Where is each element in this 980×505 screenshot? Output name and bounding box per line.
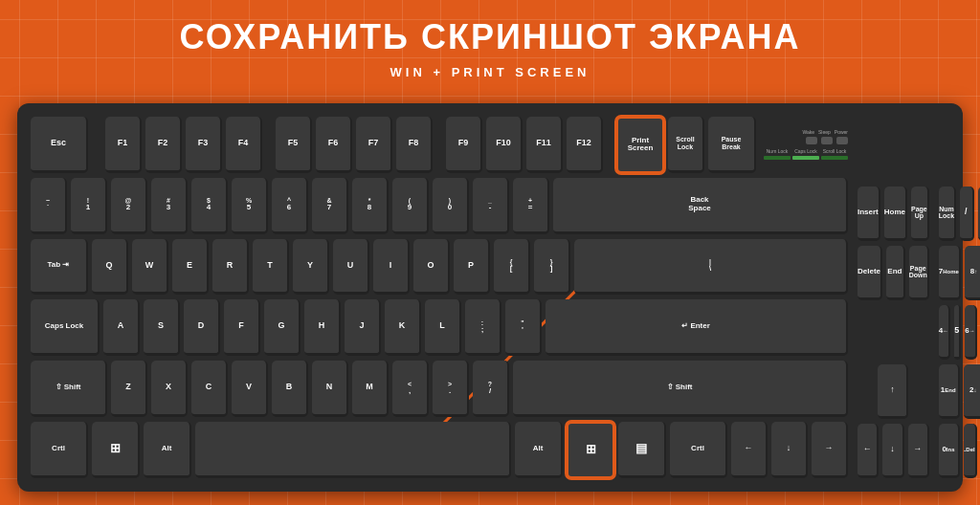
key-g[interactable]: G — [264, 299, 301, 356]
key-pause-break[interactable]: PauseBreak — [708, 117, 756, 173]
key-arrow-left[interactable]: ← — [858, 424, 879, 478]
key-num-lock[interactable]: NumLock — [939, 187, 956, 241]
key-enter[interactable]: ↵ Enter — [546, 299, 848, 356]
key-f3[interactable]: F3 — [186, 117, 222, 173]
key-scroll-lock[interactable]: ScrollLock — [668, 117, 704, 173]
key-j[interactable]: J — [345, 299, 381, 356]
key-lbracket[interactable]: {[ — [494, 239, 530, 296]
key-right-win[interactable]: ⊞ — [567, 422, 614, 478]
key-arrow-left-bottom[interactable]: ← — [731, 422, 768, 478]
key-i[interactable]: I — [373, 239, 410, 296]
key-end[interactable]: End — [886, 246, 905, 300]
key-num-4[interactable]: 4← — [939, 305, 950, 360]
key-z[interactable]: Z — [111, 361, 147, 417]
key-home[interactable]: Home — [884, 187, 907, 241]
key-right-shift[interactable]: ⇧ Shift — [513, 361, 848, 417]
key-l[interactable]: L — [425, 299, 461, 356]
key-q[interactable]: Q — [92, 239, 128, 296]
key-f10[interactable]: F10 — [486, 117, 523, 173]
key-menu[interactable]: ▤ — [618, 422, 666, 478]
key-x[interactable]: X — [151, 361, 188, 417]
key-r[interactable]: R — [212, 239, 249, 296]
key-f8[interactable]: F8 — [396, 117, 433, 173]
key-tab[interactable]: Tab ⇥ — [31, 239, 88, 296]
key-6[interactable]: ^6 — [272, 178, 308, 234]
key-left-shift[interactable]: ⇧ Shift — [31, 361, 107, 417]
key-insert[interactable]: Insert — [858, 187, 880, 241]
key-2[interactable]: @2 — [111, 178, 147, 234]
key-minus[interactable]: _- — [473, 178, 509, 234]
key-5[interactable]: %5 — [232, 178, 268, 234]
key-num-0[interactable]: 0Ins — [939, 424, 960, 478]
key-f[interactable]: F — [224, 299, 260, 356]
key-arrow-down[interactable]: ↓ — [882, 424, 903, 478]
key-right-alt[interactable]: Alt — [515, 422, 563, 478]
key-h[interactable]: H — [304, 299, 341, 356]
key-comma[interactable]: <, — [392, 361, 429, 417]
key-num-7[interactable]: 7Home — [939, 246, 961, 300]
key-arrow-down-bottom[interactable]: ↓ — [771, 422, 808, 478]
key-d[interactable]: D — [184, 299, 220, 356]
key-k[interactable]: K — [385, 299, 421, 356]
key-m[interactable]: M — [352, 361, 389, 417]
key-f4[interactable]: F4 — [226, 117, 262, 173]
key-f6[interactable]: F6 — [316, 117, 352, 173]
key-rbracket[interactable]: }] — [534, 239, 570, 296]
key-f7[interactable]: F7 — [356, 117, 392, 173]
key-w[interactable]: W — [132, 239, 168, 296]
key-print-screen[interactable]: PrintScreen — [616, 117, 664, 173]
key-3[interactable]: #3 — [151, 178, 188, 234]
key-b[interactable]: B — [272, 361, 308, 417]
key-f1[interactable]: F1 — [105, 117, 142, 173]
key-num-dot[interactable]: .Del — [964, 424, 977, 478]
key-backspace[interactable]: BackSpace — [553, 178, 848, 234]
key-1[interactable]: !1 — [71, 178, 107, 234]
key-caps-lock[interactable]: Caps Lock — [31, 299, 100, 356]
key-arrow-up[interactable]: ↑ — [878, 364, 908, 419]
key-f11[interactable]: F11 — [526, 117, 563, 173]
key-7[interactable]: &7 — [312, 178, 348, 234]
key-arrow-right-bottom[interactable]: → — [812, 422, 848, 478]
key-t[interactable]: T — [253, 239, 289, 296]
key-e[interactable]: E — [172, 239, 209, 296]
key-p[interactable]: P — [454, 239, 490, 296]
key-y[interactable]: Y — [293, 239, 329, 296]
key-a[interactable]: A — [103, 299, 140, 356]
key-v[interactable]: V — [232, 361, 268, 417]
key-period[interactable]: >. — [433, 361, 469, 417]
key-space[interactable] — [195, 422, 511, 478]
key-s[interactable]: S — [144, 299, 180, 356]
key-backslash[interactable]: |\ — [574, 239, 848, 296]
key-f12[interactable]: F12 — [567, 117, 603, 173]
key-delete[interactable]: Delete — [858, 246, 882, 300]
key-quote[interactable]: "' — [505, 299, 542, 356]
key-f2[interactable]: F2 — [145, 117, 182, 173]
key-num-slash[interactable]: / — [960, 187, 974, 241]
key-page-down[interactable]: PageDown — [909, 246, 929, 300]
key-8[interactable]: *8 — [352, 178, 389, 234]
key-left-ctrl[interactable]: Crtl — [31, 422, 88, 478]
key-u[interactable]: U — [333, 239, 369, 296]
key-tilde[interactable]: ~` — [31, 178, 67, 234]
key-num-5[interactable]: 5 — [954, 305, 961, 360]
key-num-8[interactable]: 8↑ — [965, 246, 980, 300]
key-c[interactable]: C — [191, 361, 228, 417]
key-left-win[interactable]: ⊞ — [92, 422, 140, 478]
key-slash[interactable]: ?/ — [473, 361, 509, 417]
key-page-up[interactable]: PageUp — [911, 187, 929, 241]
key-semicolon[interactable]: :; — [465, 299, 501, 356]
key-o[interactable]: O — [413, 239, 450, 296]
key-0[interactable]: )0 — [433, 178, 469, 234]
key-esc[interactable]: Esc — [31, 117, 88, 173]
key-f5[interactable]: F5 — [276, 117, 312, 173]
key-num-6[interactable]: 6→ — [965, 305, 976, 360]
key-arrow-right[interactable]: → — [908, 424, 929, 478]
key-4[interactable]: $4 — [191, 178, 228, 234]
key-right-ctrl[interactable]: Crtl — [670, 422, 727, 478]
key-num-1[interactable]: 1End — [939, 364, 960, 419]
key-left-alt[interactable]: Alt — [144, 422, 191, 478]
key-f9[interactable]: F9 — [446, 117, 482, 173]
key-n[interactable]: N — [312, 361, 348, 417]
key-equals[interactable]: += — [513, 178, 549, 234]
key-num-2[interactable]: 2↓ — [964, 364, 980, 419]
